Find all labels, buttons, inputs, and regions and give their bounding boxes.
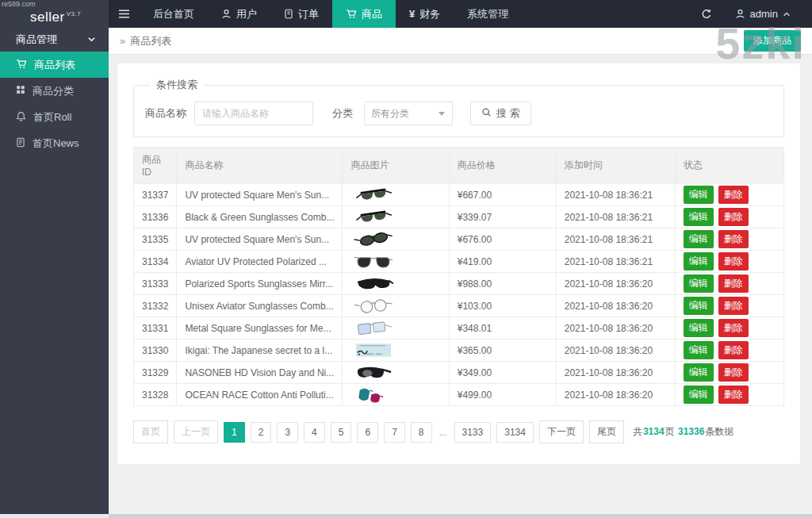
edit-button[interactable]: 编辑 <box>684 297 714 315</box>
add-time-cell: 2021-10-08 18:36:20 <box>556 362 675 384</box>
product-image-cell <box>343 384 449 406</box>
add-product-button[interactable]: 添加商品 <box>744 30 801 52</box>
product-table: 商品ID 商品名称 商品图片 商品价格 添加时间 状态 31337UV prot… <box>133 147 784 406</box>
page-button-5[interactable]: 5 <box>331 422 352 443</box>
product-name-cell: Ikigai: The Japanese secret to a l... <box>177 340 343 362</box>
content-card: 条件搜索 商品名称 分类 所有分类 搜 索 <box>117 63 800 464</box>
sidebar-item-home-news[interactable]: 首页News <box>0 130 109 156</box>
search-legend: 条件搜索 <box>150 78 204 92</box>
delete-button[interactable]: 删除 <box>718 386 749 404</box>
status-cell: 编辑删除 <box>675 340 783 362</box>
nav-item-finance[interactable]: ¥ 财务 <box>396 0 454 28</box>
product-id-cell: 31329 <box>134 362 177 384</box>
nav-item-users[interactable]: 用户 <box>208 0 270 28</box>
col-add-time: 添加时间 <box>556 148 675 184</box>
edit-button[interactable]: 编辑 <box>684 252 714 271</box>
product-price-cell: ¥365.00 <box>449 340 556 362</box>
product-id-cell: 31332 <box>134 295 177 317</box>
product-image-cell <box>343 251 449 273</box>
page-button-7[interactable]: 7 <box>384 422 405 443</box>
add-time-cell: 2021-10-08 18:36:20 <box>556 384 675 406</box>
main-content: 条件搜索 商品名称 分类 所有分类 搜 索 <box>109 55 812 514</box>
search-button[interactable]: 搜 索 <box>470 102 531 125</box>
product-name-cell: UV protected Square Men's Sun... <box>177 228 343 251</box>
delete-button[interactable]: 删除 <box>718 297 749 315</box>
next-page-button[interactable]: 下一页 <box>539 420 584 443</box>
nav-item-orders[interactable]: 订单 <box>270 0 332 28</box>
edit-button[interactable]: 编辑 <box>684 386 714 404</box>
admin-menu[interactable]: admin <box>722 0 804 28</box>
delete-button[interactable]: 删除 <box>718 208 749 226</box>
sidebar-item-home-roll[interactable]: 首页Roll <box>0 104 109 130</box>
edit-button[interactable]: 编辑 <box>684 274 714 293</box>
product-image-cell <box>343 362 449 384</box>
product-image-cell <box>343 184 449 206</box>
scrollbar-thumb[interactable] <box>0 514 109 518</box>
delete-button[interactable]: 删除 <box>718 274 749 293</box>
nav-item-system[interactable]: 系统管理 <box>454 0 522 28</box>
top-navbar: sellerV3.7 后台首页 用户 订单 商品 ¥ 财务 系统管理 <box>0 0 812 28</box>
sidebar: 商品管理 商品列表 商品分类 首页Roll 首页News <box>0 28 109 514</box>
last-page-button[interactable]: 尾页 <box>589 420 624 443</box>
page-button-8[interactable]: 8 <box>411 422 432 443</box>
prev-page-button[interactable]: 上一页 <box>174 420 218 443</box>
refresh-button[interactable] <box>691 0 722 28</box>
product-id-cell: 31330 <box>134 340 177 362</box>
category-icon <box>16 85 25 97</box>
page-button-2[interactable]: 2 <box>251 422 272 443</box>
col-product-price: 商品价格 <box>449 148 556 184</box>
edit-button[interactable]: 编辑 <box>684 341 714 359</box>
product-name-input[interactable] <box>194 102 313 125</box>
delete-button[interactable]: 删除 <box>718 252 749 271</box>
horizontal-scrollbar[interactable] <box>0 514 812 518</box>
hamburger-icon <box>118 9 130 19</box>
breadcrumb-bar: » 商品列表 添加商品 <box>109 28 812 55</box>
nav-item-products[interactable]: 商品 <box>332 0 396 28</box>
category-label: 分类 <box>332 106 353 121</box>
col-product-id: 商品ID <box>134 148 177 184</box>
product-image-cell <box>343 273 449 295</box>
product-price-cell: ¥349.00 <box>449 362 556 384</box>
product-image-cell <box>343 317 449 340</box>
page-button-3[interactable]: 3 <box>277 422 298 443</box>
page-button-6[interactable]: 6 <box>357 422 378 443</box>
page-button-3133[interactable]: 3133 <box>454 422 492 443</box>
sidebar-group-product-management[interactable]: 商品管理 <box>0 28 109 52</box>
product-name-cell: Polarized Sports Sunglasses Mirr... <box>177 273 343 295</box>
admin-username: admin <box>750 8 778 20</box>
sidebar-toggle-button[interactable] <box>109 0 140 28</box>
nav-item-dashboard[interactable]: 后台首页 <box>140 0 208 28</box>
delete-button[interactable]: 删除 <box>718 341 749 359</box>
table-row: 31334Aviator UV Protected Polarized ...¥… <box>134 251 784 273</box>
product-price-cell: ¥988.00 <box>449 273 556 295</box>
edit-button[interactable]: 编辑 <box>684 230 714 248</box>
page-button-4[interactable]: 4 <box>304 422 325 443</box>
delete-button[interactable]: 删除 <box>718 230 749 248</box>
category-select[interactable]: 所有分类 <box>364 102 453 125</box>
product-image-sunglasses-sport <box>350 274 440 293</box>
edit-button[interactable]: 编辑 <box>684 186 714 204</box>
page-button-3134[interactable]: 3134 <box>496 422 534 443</box>
delete-button[interactable]: 删除 <box>718 186 749 204</box>
delete-button[interactable]: 删除 <box>718 363 749 382</box>
edit-button[interactable]: 编辑 <box>684 319 714 337</box>
sidebar-item-product-category[interactable]: 商品分类 <box>0 78 109 104</box>
user-icon <box>735 9 745 19</box>
app-version: V3.7 <box>67 10 81 17</box>
app-window: sellerV3.7 后台首页 用户 订单 商品 ¥ 财务 系统管理 <box>0 0 812 518</box>
delete-button[interactable]: 删除 <box>718 319 749 337</box>
edit-button[interactable]: 编辑 <box>684 363 714 382</box>
edit-button[interactable]: 编辑 <box>684 208 714 226</box>
product-image-sunglasses-wire <box>350 297 440 315</box>
product-price-cell: ¥103.00 <box>449 295 556 317</box>
first-page-button[interactable]: 首页 <box>133 420 168 443</box>
product-price-cell: ¥667.00 <box>449 184 556 206</box>
status-cell: 编辑删除 <box>675 206 783 228</box>
col-product-name: 商品名称 <box>177 148 343 184</box>
product-name-cell: OCEAN RACE Cotton Anti Polluti... <box>177 384 343 406</box>
chevron-down-icon <box>87 34 96 46</box>
product-image-cell <box>343 340 449 362</box>
sidebar-item-product-list[interactable]: 商品列表 <box>0 52 109 78</box>
table-row: 31331Metal Square Sunglasses for Me...¥3… <box>134 317 784 340</box>
page-button-1[interactable]: 1 <box>224 422 245 443</box>
